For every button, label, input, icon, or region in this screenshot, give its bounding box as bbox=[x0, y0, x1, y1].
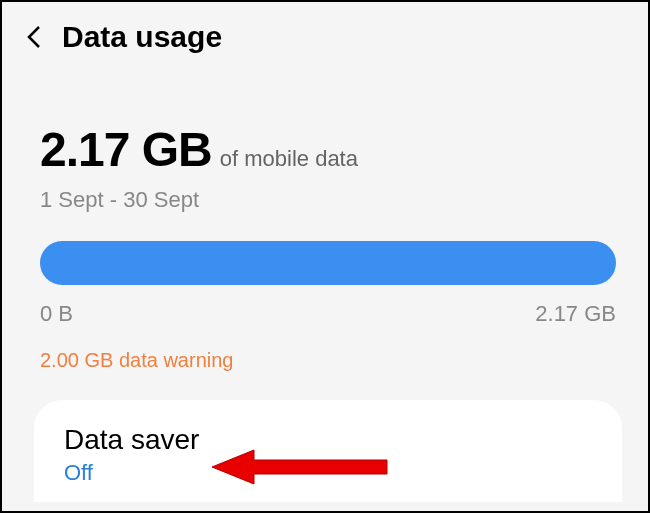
usage-amount: 2.17 GB bbox=[40, 122, 212, 177]
data-saver-title: Data saver bbox=[64, 424, 592, 456]
usage-summary: 2.17 GB of mobile data bbox=[40, 122, 616, 177]
date-range[interactable]: 1 Sept - 30 Sept bbox=[40, 187, 616, 213]
usage-suffix: of mobile data bbox=[220, 146, 358, 172]
back-icon[interactable] bbox=[24, 23, 44, 51]
bar-labels: 0 B 2.17 GB bbox=[40, 301, 616, 327]
usage-progress-bar[interactable] bbox=[40, 241, 616, 285]
header: Data usage bbox=[2, 2, 648, 72]
bar-max-label: 2.17 GB bbox=[535, 301, 616, 327]
content: 2.17 GB of mobile data 1 Sept - 30 Sept … bbox=[2, 72, 648, 502]
data-saver-status: Off bbox=[64, 460, 592, 486]
bar-min-label: 0 B bbox=[40, 301, 73, 327]
page-title: Data usage bbox=[62, 20, 222, 54]
data-saver-row[interactable]: Data saver Off bbox=[34, 400, 622, 502]
data-warning-text: 2.00 GB data warning bbox=[40, 349, 616, 372]
